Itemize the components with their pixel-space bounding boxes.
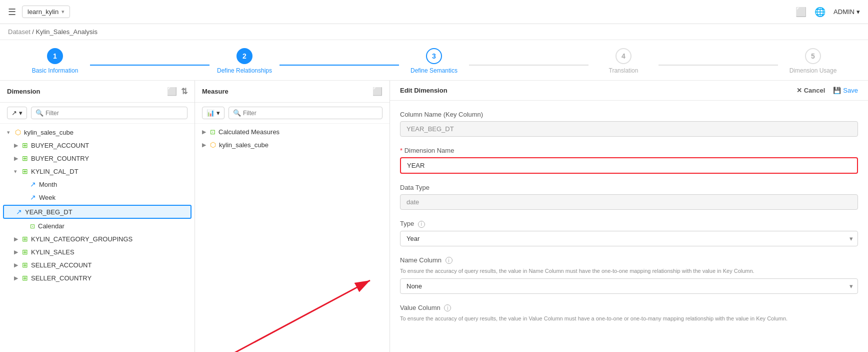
type-label: Type i xyxy=(400,220,858,228)
table-icon: ⊞ xyxy=(22,274,28,282)
tree-label: KYLIN_CATEGORY_GROUPINGS xyxy=(31,235,132,243)
tree-node-seller-account[interactable]: ▶ ⊞ SELLER_ACCOUNT xyxy=(0,258,194,271)
tree-node-kylin-sales-cube[interactable]: ▾ ⬡ kylin_sales_cube xyxy=(0,126,194,139)
tree-node-calc-measures[interactable]: ▶ ⊡ Calculated Measures xyxy=(195,126,390,138)
edit-panel-title: Edit Dimension xyxy=(400,87,448,94)
expand-icon: ▶ xyxy=(202,142,210,148)
measure-panel-title: Measure xyxy=(202,88,228,95)
tree-node-kylin-category[interactable]: ▶ ⊞ KYLIN_CATEGORY_GROUPINGS xyxy=(0,232,194,245)
tree-label: Calendar xyxy=(38,222,64,230)
measure-export-icon[interactable]: ⬜ xyxy=(372,87,382,96)
tree-node-kylin-sales[interactable]: ▶ ⊞ KYLIN_SALES xyxy=(0,245,194,258)
table-icon: ⊞ xyxy=(22,261,28,269)
measure-type-arrow: ▾ xyxy=(216,109,220,117)
value-column-info-icon[interactable]: i xyxy=(444,304,451,311)
dimension-type-arrow: ▾ xyxy=(19,109,22,117)
tree-label: SELLER_ACCOUNT xyxy=(31,261,92,269)
tree-node-kylin-cal-dt[interactable]: ▾ ⊞ KYLIN_CAL_DT xyxy=(0,165,194,178)
tree-node-seller-country[interactable]: ▶ ⊞ SELLER_COUNTRY xyxy=(0,271,194,284)
nav-right: ⬜ 🌐 ADMIN ▾ xyxy=(796,7,860,18)
menu-icon[interactable]: ☰ xyxy=(8,7,16,18)
table-icon: ⊞ xyxy=(22,167,28,175)
name-column-select[interactable]: None xyxy=(400,278,858,294)
step-3-circle[interactable]: 3 xyxy=(426,48,442,64)
dimension-name-input[interactable] xyxy=(400,157,858,174)
data-type-input xyxy=(400,194,858,210)
step-2-label: Define Relationships xyxy=(217,67,272,74)
measure-filter-wrapper: 🔍 xyxy=(228,107,382,119)
value-column-label: Value Column i xyxy=(400,304,858,312)
project-selector[interactable]: learn_kylin ▾ xyxy=(22,6,70,18)
save-label: Save xyxy=(843,87,858,94)
main-layout: Dimension ⬜ ⇅ ↗ ▾ 🔍 ▾ ⬡ kylin_sales_cube xyxy=(0,81,868,352)
dim-icon: ↗ xyxy=(30,180,36,188)
cube-icon: ⬡ xyxy=(15,128,21,136)
tree-node-kylin-sales-cube-measure[interactable]: ▶ ⬡ kylin_sales_cube xyxy=(195,138,390,151)
tree-label: kylin_sales_cube xyxy=(219,141,268,149)
expand-icon: ▶ xyxy=(14,155,22,162)
arrow-area xyxy=(195,250,390,353)
step-3-label: Define Semantics xyxy=(410,67,458,74)
expand-icon: ▶ xyxy=(14,236,22,242)
tree-node-buyer-account[interactable]: ▶ ⊞ BUYER_ACCOUNT xyxy=(0,139,194,152)
admin-menu[interactable]: ADMIN ▾ xyxy=(834,8,860,16)
step-connector-2 xyxy=(280,65,399,66)
column-name-label: Column Name (Key Column) xyxy=(400,111,858,118)
step-5-circle[interactable]: 5 xyxy=(805,48,821,64)
globe-icon[interactable]: 🌐 xyxy=(814,7,826,18)
table-icon: ⊞ xyxy=(22,248,28,256)
cancel-button[interactable]: ✕ Cancel xyxy=(796,87,826,94)
step-4: 4 Translation xyxy=(588,48,658,74)
tree-node-year-beg-dt[interactable]: ↗ YEAR_BEG_DT xyxy=(3,205,192,219)
expand-icon: ▶ xyxy=(14,275,22,281)
tree-node-buyer-country[interactable]: ▶ ⊞ BUYER_COUNTRY xyxy=(0,152,194,165)
tree-label: Calculated Measures xyxy=(218,128,280,136)
measure-type-select[interactable]: 📊 ▾ xyxy=(202,107,224,119)
step-2: 2 Define Relationships xyxy=(210,48,280,74)
dimension-panel-header: Dimension ⬜ ⇅ xyxy=(0,81,194,103)
step-2-circle[interactable]: 2 xyxy=(236,48,252,64)
dimension-search-icon: 🔍 xyxy=(36,109,44,117)
type-select[interactable]: Year Month Week Day Date Other xyxy=(400,231,858,246)
tree-label: SELLER_COUNTRY xyxy=(31,274,92,282)
measure-search-icon: 🔍 xyxy=(233,109,241,117)
steps-container: 1 Basic Information 2 Define Relationshi… xyxy=(0,40,868,81)
type-info-icon[interactable]: i xyxy=(418,221,425,228)
measure-panel-icons: ⬜ xyxy=(372,87,382,96)
tree-label: KYLIN_CAL_DT xyxy=(31,168,78,175)
save-button[interactable]: 💾 Save xyxy=(833,87,858,94)
name-column-group: Name Column i To ensure the accuracy of … xyxy=(400,256,858,294)
dimension-export-icon[interactable]: ⬜ xyxy=(167,87,177,96)
name-column-info-icon[interactable]: i xyxy=(446,257,452,264)
step-4-circle[interactable]: 4 xyxy=(616,48,632,64)
dimension-sort-icon[interactable]: ⇅ xyxy=(181,87,188,96)
dimension-type-select[interactable]: ↗ ▾ xyxy=(7,107,27,119)
monitor-icon[interactable]: ⬜ xyxy=(796,7,806,18)
step-1-label: Basic Information xyxy=(32,67,78,74)
tree-node-calendar[interactable]: ⊡ Calendar xyxy=(0,220,194,232)
measure-panel: Measure ⬜ 📊 ▾ 🔍 ▶ ⊡ Calculated Measures xyxy=(195,81,390,352)
table-sm-icon: ⊡ xyxy=(30,223,35,230)
tree-node-month[interactable]: ↗ Month xyxy=(0,178,194,191)
tree-label: BUYER_COUNTRY xyxy=(31,155,89,162)
value-column-group: Value Column i To ensure the accuracy of… xyxy=(400,304,858,323)
table-icon: ⊞ xyxy=(22,141,28,149)
dimension-filter-input[interactable] xyxy=(46,110,183,117)
measure-type-icon: 📊 xyxy=(206,109,214,117)
dimension-toolbar: ↗ ▾ 🔍 xyxy=(0,103,194,124)
measure-panel-header: Measure ⬜ xyxy=(195,81,390,103)
step-connector-1 xyxy=(90,65,210,66)
table-icon: ⊞ xyxy=(22,235,28,243)
dimension-filter-wrapper: 🔍 xyxy=(31,107,188,119)
tree-node-week[interactable]: ↗ Week xyxy=(0,191,194,204)
measure-filter-input[interactable] xyxy=(243,110,378,117)
name-column-label: Name Column i xyxy=(400,256,858,264)
dimension-name-label: Dimension Name xyxy=(400,147,858,154)
breadcrumb-dataset[interactable]: Dataset xyxy=(8,28,30,36)
step-1-circle[interactable]: 1 xyxy=(47,48,63,64)
cancel-x-icon: ✕ xyxy=(796,87,802,94)
type-select-wrapper: Year Month Week Day Date Other ▾ xyxy=(400,231,858,246)
type-group: Type i Year Month Week Day Date Other ▾ xyxy=(400,220,858,246)
data-type-label: Data Type xyxy=(400,184,858,191)
data-type-group: Data Type xyxy=(400,184,858,210)
